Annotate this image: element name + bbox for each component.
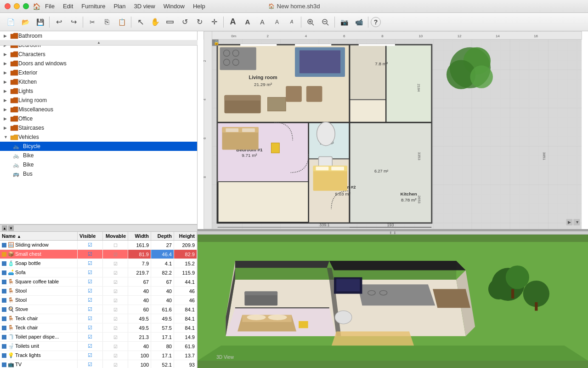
movable-checkbox[interactable]: ☑ <box>103 360 128 368</box>
scroll-down-btn[interactable]: ▼ <box>8 225 14 231</box>
table-row[interactable]: 🪑Square coffee table☑☑676744.1 <box>0 277 197 287</box>
cross-button[interactable]: ✛ <box>207 16 221 29</box>
movable-checkbox[interactable]: ☑ <box>103 351 128 360</box>
table-row[interactable]: 🚽Toilets unit☑☑408061.9 <box>0 342 197 351</box>
table-row[interactable]: 📺TV☑☑10052.193 <box>0 360 197 368</box>
menu-3dview[interactable]: 3D view <box>134 3 155 10</box>
category-office[interactable]: ▶ Office <box>0 114 197 123</box>
col-name[interactable]: Name ▲ <box>0 232 78 241</box>
movable-checkbox[interactable]: ☑ <box>103 305 128 314</box>
visible-checkbox[interactable]: ☑ <box>78 305 103 314</box>
category-doors-windows[interactable]: ▶ Doors and windows <box>0 59 197 68</box>
scroll-up-btn[interactable]: ▲ <box>2 225 7 231</box>
item-bike1[interactable]: 🚲 Bike <box>0 151 197 160</box>
menu-furniture[interactable]: Furniture <box>81 3 105 10</box>
undo-button[interactable]: ↩ <box>52 16 66 29</box>
visible-checkbox[interactable]: ☑ <box>78 314 103 323</box>
wall-button[interactable] <box>163 16 177 29</box>
visible-checkbox[interactable]: ☑ <box>78 268 103 277</box>
visible-checkbox[interactable]: ☑ <box>78 323 103 333</box>
font-xxs-button[interactable]: A <box>285 16 299 29</box>
open-button[interactable]: 📂 <box>18 16 32 29</box>
movable-checkbox[interactable]: ☑ <box>103 277 128 287</box>
visible-checkbox[interactable]: ☑ <box>78 351 103 360</box>
col-movable[interactable]: Movable <box>103 232 128 241</box>
visible-checkbox[interactable]: ☑ <box>78 333 103 342</box>
select-button[interactable]: ↖ <box>134 16 147 29</box>
plan-view[interactable]: 0m 2 4 6 8 10 12 14 16 2 4 6 8 <box>198 31 588 231</box>
copy-button[interactable]: ⎘ <box>100 16 114 29</box>
category-characters[interactable]: ▶ Characters <box>0 50 197 59</box>
paste-button[interactable]: 📋 <box>115 16 129 29</box>
item-bicycle[interactable]: 🚲 Bicycle <box>0 142 197 151</box>
font-large-button[interactable]: A <box>226 16 240 29</box>
menu-edit[interactable]: Edit <box>63 3 73 10</box>
col-height[interactable]: Height <box>174 232 197 241</box>
col-depth[interactable]: Depth <box>151 232 174 241</box>
col-width[interactable]: Width <box>128 232 151 241</box>
video-button[interactable]: 📹 <box>352 16 366 29</box>
movable-checkbox[interactable]: ☐ <box>103 241 128 250</box>
camera-button[interactable]: 📷 <box>337 16 351 29</box>
movable-checkbox[interactable]: ☑ <box>103 250 128 259</box>
zoom-in-button[interactable] <box>304 16 317 29</box>
save-button[interactable]: 💾 <box>33 16 47 29</box>
col-visible[interactable]: Visible <box>78 232 103 241</box>
category-miscellaneous[interactable]: ▶ Miscellaneous <box>0 105 197 114</box>
movable-checkbox[interactable]: ☑ <box>103 323 128 333</box>
menu-window[interactable]: Window <box>164 3 185 10</box>
minimize-button[interactable] <box>14 3 20 9</box>
movable-checkbox[interactable]: ☑ <box>103 333 128 342</box>
furniture-tree[interactable]: ▲ ▶ Bathroom ▶ Bedroom ▶ Characters ▶ Do… <box>0 31 197 224</box>
maximize-button[interactable] <box>23 3 29 9</box>
view-splitter[interactable]: ⬆ ⬇ <box>198 231 588 235</box>
visible-checkbox[interactable]: ☑ <box>78 277 103 287</box>
redo-button[interactable]: ↪ <box>67 16 80 29</box>
visible-checkbox[interactable]: ☑ <box>78 259 103 268</box>
table-row[interactable]: 🍳Stove☑☑6061.684.1 <box>0 305 197 314</box>
visible-checkbox[interactable]: ☑ <box>78 342 103 351</box>
table-row[interactable]: 📦Small chest☑☑81.946.482.9 <box>0 250 197 259</box>
table-row[interactable]: 🛋️Sofa☑☑219.782.2115.9 <box>0 268 197 277</box>
table-row[interactable]: 🧴Soap bottle☑☑7.94.115.2 <box>0 259 197 268</box>
movable-checkbox[interactable]: ☑ <box>103 287 128 296</box>
rotate-right-button[interactable]: ↻ <box>192 16 206 29</box>
zoom-out-button[interactable] <box>318 16 332 29</box>
visible-checkbox[interactable]: ☑ <box>78 296 103 305</box>
item-bike2[interactable]: 🚲 Bike <box>0 160 197 169</box>
menu-file[interactable]: File <box>45 3 55 10</box>
font-small-button[interactable]: A <box>255 16 269 29</box>
movable-checkbox[interactable]: ☑ <box>103 268 128 277</box>
new-button[interactable]: 📄 <box>4 16 17 29</box>
menu-help[interactable]: Help <box>193 3 205 10</box>
visible-checkbox[interactable]: ☑ <box>78 250 103 259</box>
movable-checkbox[interactable]: ☑ <box>103 259 128 268</box>
visible-checkbox[interactable]: ☑ <box>78 360 103 368</box>
cut-button[interactable]: ✂ <box>85 16 99 29</box>
category-lights[interactable]: ▶ Lights <box>0 86 197 96</box>
movable-checkbox[interactable]: ☑ <box>103 296 128 305</box>
category-vehicles[interactable]: ▼ Vehicles <box>0 132 197 142</box>
visible-checkbox[interactable]: ☑ <box>78 241 103 250</box>
table-row[interactable]: 🪑Stool☑☑404046 <box>0 296 197 305</box>
3d-view[interactable]: 3D View <box>198 235 588 368</box>
tree-scroll-up[interactable]: ▲ <box>0 40 197 46</box>
movable-checkbox[interactable]: ☑ <box>103 314 128 323</box>
close-button[interactable] <box>5 3 11 9</box>
table-row[interactable]: 🪑Teck chair☑☑49.557.584.1 <box>0 323 197 333</box>
category-exterior[interactable]: ▶ Exterior <box>0 68 197 77</box>
menu-plan[interactable]: Plan <box>113 3 125 10</box>
font-medium-button[interactable]: A <box>241 16 254 29</box>
table-row[interactable]: 🧻Toilet paper dispe...☑☑21.317.114.9 <box>0 333 197 342</box>
pan-button[interactable]: ✋ <box>148 16 162 29</box>
help-button[interactable]: ? <box>371 17 381 27</box>
table-row[interactable]: 🪟Sliding window☑☐161.927209.9 <box>0 241 197 250</box>
item-bus[interactable]: 🚌 Bus <box>0 169 197 178</box>
category-staircases[interactable]: ▶ Staircases <box>0 123 197 132</box>
category-kitchen[interactable]: ▶ Kitchen <box>0 77 197 86</box>
table-row[interactable]: 💡Track lights☑☑10017.113.7 <box>0 351 197 360</box>
movable-checkbox[interactable]: ☑ <box>103 342 128 351</box>
table-row[interactable]: 🪑Stool☑☑404046 <box>0 287 197 296</box>
font-xs-button[interactable]: A <box>270 16 284 29</box>
table-row[interactable]: 🪑Teck chair☑☑49.549.584.1 <box>0 314 197 323</box>
